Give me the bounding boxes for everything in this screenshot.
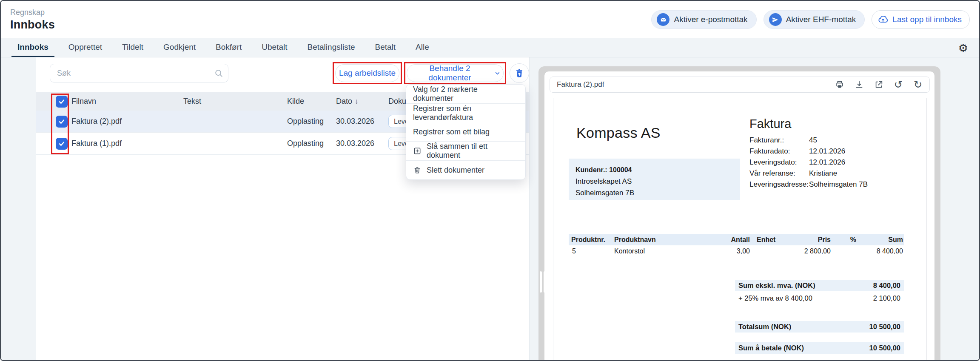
- total-sum-row: Totalsum (NOK) 10 500,00: [735, 321, 904, 333]
- item-produktnavn: Kontorstol: [613, 247, 708, 255]
- field-label: Leveringsdato:: [749, 157, 809, 168]
- item-antall: 3,00: [708, 247, 751, 255]
- invoice-customer-box: Kundenr.: 100004 Introselskapet AS Solhe…: [569, 159, 740, 200]
- tab-innboks[interactable]: Innboks: [11, 38, 54, 57]
- field-value: 12.01.2026: [809, 147, 845, 155]
- tab-tildelt[interactable]: Tildelt: [116, 38, 149, 57]
- col-header-tekst[interactable]: Tekst: [183, 97, 287, 106]
- invoice-field: Fakturadato:12.01.2026: [749, 146, 868, 157]
- amount-due-label: Sum å betale (NOK): [738, 344, 804, 352]
- menu-item-merge-documents[interactable]: Slå sammen til ett dokument: [406, 142, 525, 160]
- col-sum: Sum: [857, 236, 904, 244]
- tab-opprettet[interactable]: Opprettet: [63, 38, 108, 57]
- tab-godkjent[interactable]: Godkjent: [157, 38, 202, 57]
- invoice-field: Leveringsadresse:Solheimsgaten 7B: [749, 179, 868, 190]
- row-kilde: Opplasting: [287, 117, 336, 126]
- field-value: 12.01.2026: [809, 158, 845, 166]
- search-icon: [214, 68, 223, 78]
- activate-email-button[interactable]: Aktiver e-postmottak: [651, 10, 756, 29]
- vat-value: 2 100,00: [873, 294, 900, 302]
- col-header-dato-label: Dato: [336, 97, 352, 106]
- upload-to-inbox-button[interactable]: Last opp til innboks: [872, 10, 970, 29]
- upload-to-inbox-label: Last opp til innboks: [892, 15, 962, 24]
- gear-icon[interactable]: ⚙: [958, 41, 968, 55]
- row-checkbox[interactable]: [56, 138, 68, 150]
- item-pris: 2 800,00: [789, 247, 832, 255]
- item-sum: 8 400,00: [857, 247, 904, 255]
- print-icon[interactable]: [835, 80, 844, 89]
- menu-item-register-invoice[interactable]: Registrer som én leverandørfaktura: [406, 104, 525, 122]
- menu-item-delete-documents[interactable]: Slett dokumenter: [406, 161, 525, 179]
- customer-address: Solheimsgaten 7B: [575, 187, 733, 199]
- trash-icon: [413, 166, 422, 174]
- field-value: Solheimsgaten 7B: [809, 180, 868, 188]
- invoice-company-name: Kompass AS: [576, 125, 661, 141]
- field-label: Leveringsadresse:: [749, 179, 809, 190]
- invoice-field: Vår referanse:Kristiane: [749, 168, 868, 179]
- process-documents-button[interactable]: Behandle 2 dokumenter: [407, 64, 504, 82]
- tab-ubetalt[interactable]: Ubetalt: [256, 38, 293, 57]
- col-header-kilde[interactable]: Kilde: [287, 97, 336, 106]
- process-documents-label: Behandle 2 dokumenter: [410, 64, 490, 82]
- cloud-upload-icon: [878, 14, 888, 25]
- pdf-file-bar: Faktura (2).pdf ↺ ↻: [550, 77, 930, 93]
- tab-bar: Innboks Opprettet Tildelt Godkjent Bokfø…: [1, 38, 979, 57]
- tab-betalt[interactable]: Betalt: [369, 38, 402, 57]
- page-title: Innboks: [10, 18, 55, 31]
- col-header-dato[interactable]: Dato ↓: [336, 97, 388, 106]
- activate-ehf-button[interactable]: Aktiver EHF-mottak: [763, 10, 865, 29]
- pdf-toolbar: ↺ ↻: [835, 80, 923, 89]
- col-produktnavn: Produktnavn: [613, 236, 708, 244]
- invoice-fields: Fakturanr.:45 Fakturadato:12.01.2026 Lev…: [749, 135, 868, 190]
- col-produktnr: Produktnr.: [569, 236, 613, 244]
- chevron-down-icon: [494, 70, 501, 77]
- search-input[interactable]: [50, 64, 228, 82]
- tab-bokfort[interactable]: Bokført: [210, 38, 248, 57]
- select-all-checkbox[interactable]: [56, 96, 68, 108]
- header-checkbox-cell: [36, 96, 71, 108]
- col-enhet: Enhet: [751, 236, 789, 244]
- field-label: Vår referanse:: [749, 168, 809, 179]
- rotate-right-icon[interactable]: ↻: [913, 80, 923, 89]
- invoice-items-header: Produktnr. Produktnavn Antall Enhet Pris…: [569, 234, 904, 245]
- app-header: Regnskap Innboks Aktiver e-postmottak Ak…: [1, 1, 979, 38]
- invoice-field: Fakturanr.:45: [749, 135, 868, 146]
- tab-betalingsliste[interactable]: Betalingsliste: [302, 38, 361, 57]
- total-excl-vat-label: Sum ekskl. mva. (NOK): [738, 281, 815, 290]
- invoice-items-table: Produktnr. Produktnavn Antall Enhet Pris…: [569, 234, 904, 257]
- download-icon[interactable]: [855, 80, 864, 89]
- menu-item-register-voucher[interactable]: Registrer som ett bilag: [406, 122, 525, 141]
- field-value: 45: [809, 136, 817, 144]
- title-block: Regnskap Innboks: [10, 8, 55, 31]
- total-excl-vat-value: 8 400,00: [873, 281, 900, 290]
- restore-trash-button[interactable]: [510, 63, 529, 83]
- row-dato: 30.03.2026: [336, 139, 388, 148]
- sort-desc-icon: ↓: [355, 97, 359, 106]
- menu-item-delete-label: Slett dokumenter: [427, 166, 484, 175]
- row-filename: Faktura (1).pdf: [71, 139, 183, 148]
- create-worklist-button[interactable]: Lag arbeidsliste: [335, 64, 399, 82]
- app-window: Regnskap Innboks Aktiver e-postmottak Ak…: [0, 0, 980, 361]
- row-checkbox[interactable]: [56, 116, 68, 128]
- col-antall: Antall: [708, 236, 751, 244]
- tab-alle[interactable]: Alle: [410, 38, 435, 57]
- invoice-title: Faktura: [749, 117, 791, 131]
- row-checkbox-cell: [36, 116, 71, 128]
- field-label: Fakturadato:: [749, 146, 809, 157]
- total-sum-value: 10 500,00: [869, 323, 900, 331]
- header-actions: Aktiver e-postmottak Aktiver EHF-mottak …: [651, 10, 970, 29]
- amount-due-row: Sum å betale (NOK) 10 500,00: [735, 342, 904, 354]
- row-dato: 30.03.2026: [336, 117, 388, 126]
- menu-group-label: Valg for 2 markerte dokumenter: [406, 85, 525, 103]
- envelope-icon: [657, 13, 669, 26]
- open-in-new-icon[interactable]: [874, 80, 883, 89]
- activate-email-label: Aktiver e-postmottak: [674, 15, 747, 24]
- row-filename: Faktura (2).pdf: [71, 117, 183, 126]
- pdf-preview-panel: Faktura (2).pdf ↺ ↻: [544, 71, 934, 360]
- rotate-left-icon[interactable]: ↺: [894, 80, 903, 89]
- col-header-filnavn[interactable]: Filnavn: [71, 97, 183, 106]
- pdf-file-name: Faktura (2).pdf: [557, 80, 604, 89]
- item-produktnr: 5: [569, 247, 613, 255]
- row-checkbox-cell: [36, 138, 71, 150]
- merge-documents-icon: [413, 147, 422, 155]
